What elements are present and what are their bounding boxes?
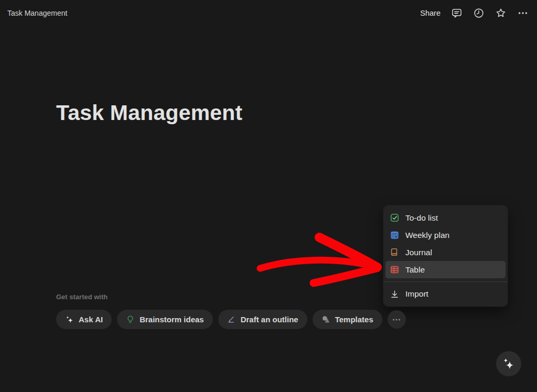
todo-checkbox-icon — [390, 213, 400, 223]
page-title[interactable]: Task Management — [56, 101, 242, 125]
more-ellipsis-icon[interactable] — [517, 7, 529, 19]
comment-icon[interactable] — [450, 7, 463, 19]
calendar-icon — [390, 230, 400, 240]
red-arrow-annotation — [252, 228, 384, 291]
draft-outline-label: Draft an outline — [241, 315, 298, 324]
top-bar: Task Management Share — [0, 0, 537, 27]
ai-sparkle-icon — [65, 315, 74, 324]
ask-ai-button[interactable]: Ask AI — [56, 310, 112, 329]
menu-item-import[interactable]: Import — [385, 285, 506, 303]
import-download-icon — [390, 289, 400, 299]
menu-item-label: Weekly plan — [405, 231, 449, 240]
menu-item-journal[interactable]: Journal — [385, 244, 506, 261]
menu-item-label: To-do list — [405, 213, 438, 223]
menu-item-weekly-plan[interactable]: Weekly plan — [385, 226, 506, 244]
more-actions-button[interactable] — [388, 310, 406, 329]
ask-ai-label: Ask AI — [79, 315, 103, 324]
table-icon — [390, 265, 400, 275]
ai-assistant-fab[interactable] — [496, 351, 521, 376]
shapes-icon — [321, 315, 330, 324]
pencil-icon — [227, 315, 236, 324]
menu-item-todo-list[interactable]: To-do list — [385, 209, 506, 226]
brainstorm-ideas-label: Brainstorm ideas — [139, 315, 204, 324]
history-clock-icon[interactable] — [472, 7, 485, 19]
journal-book-icon — [390, 247, 400, 257]
menu-divider — [383, 281, 508, 282]
share-button[interactable]: Share — [420, 9, 441, 17]
menu-item-label: Journal — [405, 248, 432, 257]
more-ellipsis-icon — [391, 314, 402, 325]
menu-item-label: Import — [405, 289, 428, 299]
quick-action-row: Ask AI Brainstorm ideas Draft an outline — [56, 310, 406, 329]
draft-outline-button[interactable]: Draft an outline — [218, 310, 307, 329]
templates-label: Templates — [335, 315, 373, 324]
menu-item-label: Table — [405, 265, 425, 275]
ai-sparkles-icon — [502, 357, 515, 371]
notion-dark-page: Task Management Share — [0, 0, 537, 392]
lightbulb-icon — [126, 315, 135, 324]
get-started-label: Get started with — [56, 293, 108, 301]
templates-button[interactable]: Templates — [313, 310, 382, 329]
star-icon[interactable] — [495, 7, 507, 19]
block-type-menu: To-do list Weekly plan — [383, 205, 508, 307]
menu-item-table[interactable]: Table — [385, 261, 506, 278]
breadcrumb[interactable]: Task Management — [7, 9, 67, 17]
brainstorm-ideas-button[interactable]: Brainstorm ideas — [117, 310, 213, 329]
topbar-actions: Share — [420, 7, 529, 19]
